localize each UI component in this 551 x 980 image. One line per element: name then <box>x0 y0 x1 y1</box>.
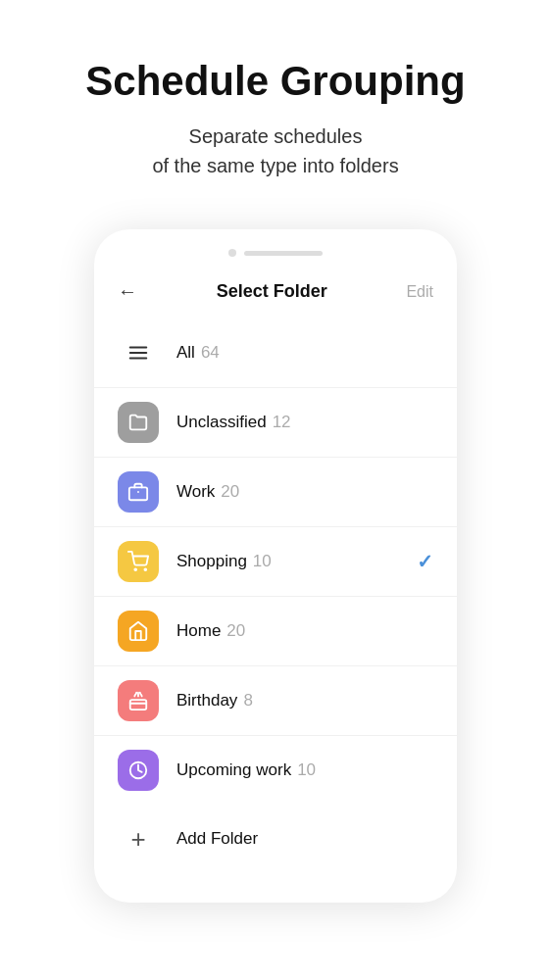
header-section: Schedule Grouping Separate schedules of … <box>0 0 551 210</box>
cart-icon <box>118 541 159 582</box>
list-item[interactable]: All 64 <box>94 318 457 388</box>
selected-checkmark: ✓ <box>417 550 433 573</box>
briefcase-icon <box>118 471 159 513</box>
list-item[interactable]: Unclassified 12 <box>94 388 457 458</box>
page-subtitle: Separate schedules of the same type into… <box>29 122 522 180</box>
phone-mockup: ← Select Folder Edit All 64 Uncl <box>94 229 457 903</box>
nav-bar: ← Select Folder Edit <box>94 272 457 318</box>
notch-dot <box>228 249 236 257</box>
phone-notch <box>94 249 457 257</box>
add-icon: + <box>118 818 159 859</box>
svg-rect-7 <box>130 700 147 710</box>
svg-point-5 <box>134 569 136 571</box>
list-item[interactable]: Shopping 10 ✓ <box>94 527 457 597</box>
cake-icon <box>118 680 159 721</box>
folder-count: 8 <box>243 691 252 710</box>
back-button[interactable]: ← <box>118 280 137 303</box>
list-item[interactable]: Upcoming work 10 <box>94 736 457 805</box>
folder-count: 10 <box>297 760 316 780</box>
svg-rect-3 <box>129 488 147 501</box>
notch-line <box>244 251 323 256</box>
add-folder-button[interactable]: + Add Folder <box>94 805 457 873</box>
folder-count: 20 <box>221 482 239 502</box>
list-icon <box>118 332 159 373</box>
folder-count: 12 <box>273 413 291 432</box>
folder-count: 10 <box>253 552 272 571</box>
folder-count: 64 <box>201 343 220 363</box>
clock-icon <box>118 750 159 791</box>
list-item[interactable]: Home 20 <box>94 597 457 666</box>
folder-list: All 64 Unclassified 12 Work 20 <box>94 318 457 805</box>
add-folder-label: Add Folder <box>176 829 258 849</box>
folder-name: Home <box>176 621 221 641</box>
folder-name: Birthday <box>176 691 237 710</box>
folder-name: Unclassified <box>176 413 267 432</box>
page-title: Schedule Grouping <box>29 59 522 104</box>
list-item[interactable]: Work 20 <box>94 458 457 527</box>
svg-point-6 <box>144 569 146 571</box>
home-icon <box>118 611 159 652</box>
folder-icon <box>118 402 159 443</box>
folder-name: Upcoming work <box>176 760 291 780</box>
nav-title: Select Folder <box>217 281 327 302</box>
folder-name: All <box>176 343 195 363</box>
folder-name: Work <box>176 482 215 502</box>
list-item[interactable]: Birthday 8 <box>94 666 457 736</box>
folder-name: Shopping <box>176 552 247 571</box>
edit-button[interactable]: Edit <box>406 283 433 301</box>
folder-count: 20 <box>226 621 245 641</box>
